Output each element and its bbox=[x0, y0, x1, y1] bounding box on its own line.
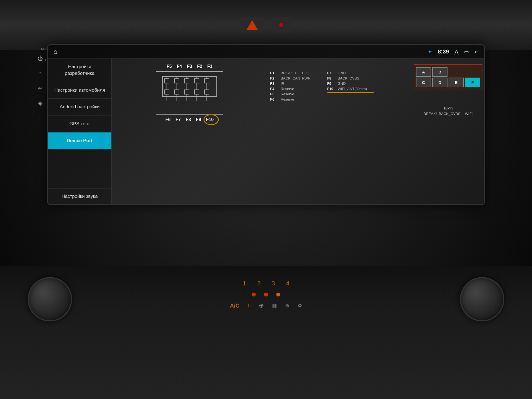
control-dots bbox=[252, 293, 280, 296]
dashboard-top bbox=[0, 0, 532, 50]
back-side-icon[interactable]: ↩ bbox=[38, 85, 43, 91]
right-knob[interactable] bbox=[460, 277, 504, 321]
volume-icon[interactable]: ◈ bbox=[38, 100, 42, 106]
svg-rect-2 bbox=[185, 79, 189, 83]
right-connector-panel: A B C D E F bbox=[420, 64, 476, 116]
screen-bezel: ⌂ ✦ 8:39 ⋀ ▭ ↩ Настройки разработчика На… bbox=[47, 44, 485, 205]
indicator-dot-1 bbox=[252, 293, 256, 296]
pin-f10-bottom: F10 bbox=[206, 117, 214, 122]
indicator-dot-2 bbox=[264, 293, 268, 296]
hazard-icon bbox=[247, 20, 258, 30]
svg-rect-1 bbox=[175, 79, 179, 83]
legend-f4-pin: F4 bbox=[270, 87, 278, 91]
connector-cell-c[interactable]: C bbox=[416, 78, 431, 87]
home-side-icon[interactable]: ⌂ bbox=[39, 70, 42, 76]
time-display: 8:39 bbox=[438, 48, 449, 55]
sidebar-item-device-port[interactable]: Device Port bbox=[48, 132, 111, 149]
connector-cell-f[interactable]: F bbox=[465, 78, 480, 87]
svg-rect-6 bbox=[175, 90, 179, 94]
f10-circle-svg bbox=[203, 114, 220, 126]
back-status-icon[interactable]: ↩ bbox=[474, 49, 479, 55]
svg-rect-7 bbox=[185, 90, 189, 94]
connector-info: 10Pin BREAK1.BACK_CVBS、 WIFI bbox=[424, 106, 473, 116]
legend-right-col: F7 GND F8 BACK_CVBS F9 GND bbox=[327, 71, 367, 101]
legend-f7: F7 GND bbox=[327, 71, 367, 75]
connector-row-2: C D E F bbox=[416, 78, 480, 87]
legend-f6-pin: F6 bbox=[270, 97, 278, 101]
pin-legend-area: F1 BREAK_DETECT F2 BACK_CAN_PWR F3 IR bbox=[270, 67, 409, 101]
connector-cell-a[interactable]: A bbox=[416, 67, 431, 77]
sidebar-item-sound[interactable]: Настройки звука bbox=[48, 188, 111, 204]
connector-section: F5 F4 F3 F2 F1 bbox=[120, 64, 476, 122]
number-0: 0 bbox=[248, 303, 250, 309]
number-row: 1 2 3 4 bbox=[243, 280, 290, 287]
fan-icon[interactable]: ⊕ bbox=[259, 302, 264, 309]
legend-f7-desc: GND bbox=[338, 71, 346, 75]
status-right: ✦ 8:39 ⋀ ▭ ↩ bbox=[428, 48, 479, 55]
home-status-icon[interactable]: ⌂ bbox=[53, 48, 57, 55]
legend-f3-desc: IR bbox=[281, 81, 284, 86]
legend-f1-desc: BREAK_DETECT bbox=[281, 71, 309, 75]
left-nav: ⏻ ⌂ ↩ ◈ ← bbox=[33, 55, 47, 121]
num-4: 4 bbox=[286, 280, 289, 287]
power-icon[interactable]: ⏻ bbox=[37, 55, 43, 62]
screen-icon[interactable]: ▦ bbox=[272, 303, 277, 309]
recycle-icon[interactable]: ♻ bbox=[298, 303, 302, 309]
legend-f9-desc: GND bbox=[338, 81, 346, 86]
legend-f1: F1 BREAK_DETECT bbox=[270, 71, 311, 75]
pin-f3-top: F3 bbox=[187, 64, 192, 69]
sidebar-item-car[interactable]: Настройки автомобиля bbox=[48, 82, 111, 99]
sidebar: Настройки разработчика Настройки автомоб… bbox=[48, 58, 112, 204]
screen: ⌂ ✦ 8:39 ⋀ ▭ ↩ Настройки разработчика На… bbox=[48, 45, 484, 204]
lock-button[interactable] bbox=[272, 17, 291, 33]
pin-f7-bottom: F7 bbox=[176, 117, 181, 122]
svg-rect-9 bbox=[204, 90, 209, 94]
connector-cell-d[interactable]: D bbox=[432, 78, 447, 87]
left-arrow-icon[interactable]: ← bbox=[37, 115, 43, 121]
connector-cell-e[interactable]: E bbox=[449, 78, 464, 87]
svg-rect-0 bbox=[165, 79, 169, 83]
pin-f8-bottom: F8 bbox=[186, 117, 191, 122]
connector-grid: A B C D E F bbox=[414, 64, 482, 90]
legend-f3-pin: F3 bbox=[270, 81, 278, 86]
connector-cell-b[interactable]: B bbox=[432, 67, 447, 77]
f10-underline bbox=[327, 92, 374, 93]
pin-f4-top: F4 bbox=[177, 64, 182, 69]
dash-center-controls bbox=[241, 17, 291, 33]
bottom-controls: A/C 0 ⊕ ▦ ⊗ ♻ bbox=[230, 302, 302, 309]
legend-f8-pin: F8 bbox=[327, 76, 336, 80]
status-bar: ⌂ ✦ 8:39 ⋀ ▭ ↩ bbox=[48, 45, 484, 58]
connector-row-1: A B bbox=[416, 67, 480, 77]
legend-f5-pin: F5 bbox=[270, 92, 278, 96]
sidebar-item-gps[interactable]: GPS тест bbox=[48, 116, 111, 132]
svg-rect-10 bbox=[162, 76, 217, 96]
num-2: 2 bbox=[257, 280, 260, 287]
svg-rect-4 bbox=[204, 79, 209, 83]
svg-point-26 bbox=[204, 115, 218, 125]
status-left: ⌂ bbox=[53, 48, 57, 55]
pin-f6-bottom: F6 bbox=[165, 117, 171, 122]
center-controls: 1 2 3 4 A/C 0 ⊕ ▦ ⊗ ♻ bbox=[230, 277, 302, 309]
heat-icon[interactable]: ⊗ bbox=[285, 303, 289, 309]
pin-f2-top: F2 bbox=[197, 64, 202, 69]
hazard-button[interactable] bbox=[241, 17, 263, 33]
legend-f9: F9 GND bbox=[327, 81, 367, 86]
bluetooth-icon: ✦ bbox=[428, 48, 432, 55]
sidebar-item-android[interactable]: Android настройки bbox=[48, 99, 111, 116]
legend-f7-pin: F7 bbox=[327, 71, 336, 75]
connector-line-svg bbox=[440, 93, 456, 101]
main-connector-diagram: F5 F4 F3 F2 F1 bbox=[120, 64, 259, 122]
legend-f1-pin: F1 bbox=[270, 71, 278, 75]
ac-label[interactable]: A/C bbox=[230, 303, 239, 309]
left-knob[interactable] bbox=[28, 277, 72, 321]
legend-f5: F5 Reserve bbox=[270, 92, 311, 96]
lock-indicator bbox=[279, 23, 283, 27]
legend-f10-desc: WIFI_ANT(30mm) bbox=[338, 87, 367, 91]
pin-f5-top: F5 bbox=[167, 64, 172, 69]
legend-f10: F10 WIFI_ANT(30mm) bbox=[327, 87, 367, 91]
sidebar-item-developer[interactable]: Настройки разработчика bbox=[48, 58, 111, 82]
dashboard-bottom: 1 2 3 4 A/C 0 ⊕ ▦ ⊗ ♻ bbox=[0, 266, 532, 399]
pin-f1-top: F1 bbox=[207, 64, 213, 69]
legend-f6-desc: Reserve bbox=[281, 97, 294, 101]
svg-rect-3 bbox=[195, 79, 199, 83]
